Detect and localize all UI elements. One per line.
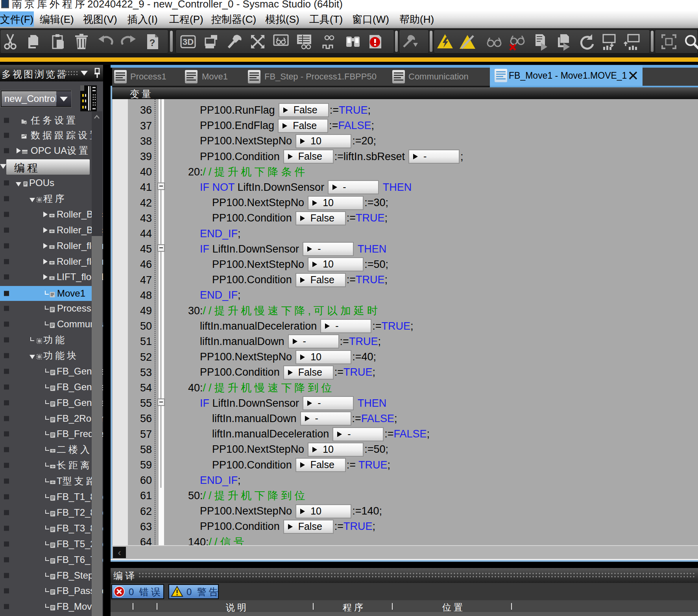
svg-text:?: ? — [150, 37, 155, 48]
svg-text:3D: 3D — [183, 37, 194, 47]
